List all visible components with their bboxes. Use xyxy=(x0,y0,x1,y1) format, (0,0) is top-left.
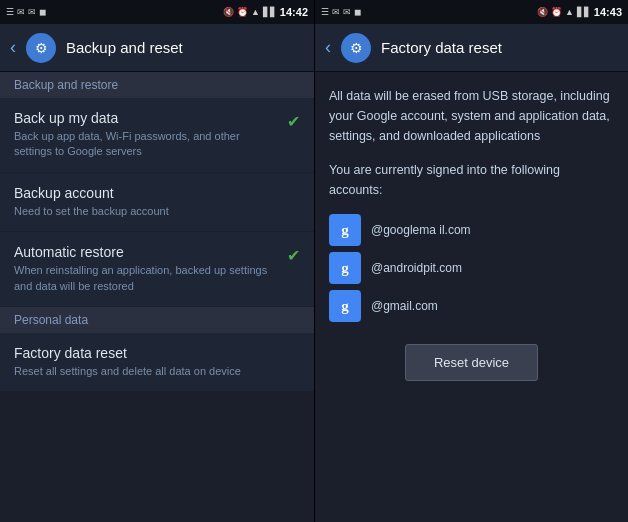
back-button-left[interactable]: ‹ xyxy=(10,37,16,58)
google-icon-3: g xyxy=(329,290,361,322)
section-header-personal: Personal data xyxy=(0,307,314,333)
section-header-backup-label: Backup and restore xyxy=(14,78,118,92)
account-item-1: g @googlema il.com xyxy=(329,214,614,246)
settings-gear-icon: ⚙ xyxy=(35,40,48,56)
status-time-left: 14:42 xyxy=(280,6,308,18)
section-header-backup: Backup and restore xyxy=(0,72,314,98)
wifi-icon: ▲ xyxy=(251,7,260,17)
action-bar-title-right: Factory data reset xyxy=(381,39,502,56)
status-time-right: 14:43 xyxy=(594,6,622,18)
accounts-label: You are currently signed into the follow… xyxy=(329,160,614,200)
action-bar-right: ‹ ⚙ Factory data reset xyxy=(315,24,628,72)
settings-icon-left: ⚙ xyxy=(26,33,56,63)
account-email-3: @gmail.com xyxy=(371,299,438,313)
notification-icon-2: ✉ xyxy=(17,7,25,17)
backup-my-data-check: ✔ xyxy=(287,112,300,131)
signal-icon: ▋▋ xyxy=(263,7,277,17)
list-item-factory-reset-text: Factory data reset Reset all settings an… xyxy=(14,345,300,379)
right-phone-screen: ☰ ✉ ✉ ◼ 🔇 ⏰ ▲ ▋▋ 14:43 ‹ ⚙ Factory data … xyxy=(314,0,628,522)
backup-my-data-title: Back up my data xyxy=(14,110,279,126)
automatic-restore-title: Automatic restore xyxy=(14,244,279,260)
factory-reset-title: Factory data reset xyxy=(14,345,300,361)
google-icon-2: g xyxy=(329,252,361,284)
reset-device-button[interactable]: Reset device xyxy=(405,344,538,381)
account-item-2: g @androidpit.com xyxy=(329,252,614,284)
alarm-icon: ⏰ xyxy=(237,7,248,17)
notification-icon-1: ☰ xyxy=(6,7,14,17)
account-item-3: g @gmail.com xyxy=(329,290,614,322)
backup-account-subtitle: Need to set the backup account xyxy=(14,204,300,219)
notification-icon-3: ✉ xyxy=(28,7,36,17)
list-item-backup-my-data[interactable]: Back up my data Back up app data, Wi-Fi … xyxy=(0,98,314,173)
factory-reset-subtitle: Reset all settings and delete all data o… xyxy=(14,364,300,379)
action-bar-left: ‹ ⚙ Backup and reset xyxy=(0,24,314,72)
action-bar-title-left: Backup and reset xyxy=(66,39,183,56)
account-email-2: @androidpit.com xyxy=(371,261,462,275)
status-bar-left: ☰ ✉ ✉ ◼ 🔇 ⏰ ▲ ▋▋ 14:42 xyxy=(0,0,314,24)
status-icons-right-left: 🔇 ⏰ ▲ ▋▋ 14:42 xyxy=(223,6,308,18)
right-screen-content: All data will be erased from USB storage… xyxy=(315,72,628,522)
automatic-restore-subtitle: When reinstalling an application, backed… xyxy=(14,263,279,294)
r-settings-gear-icon: ⚙ xyxy=(350,40,363,56)
warning-text: All data will be erased from USB storage… xyxy=(329,86,614,146)
section-header-personal-label: Personal data xyxy=(14,313,88,327)
left-phone-screen: ☰ ✉ ✉ ◼ 🔇 ⏰ ▲ ▋▋ 14:42 ‹ ⚙ Backup and re… xyxy=(0,0,314,522)
list-item-backup-account-text: Backup account Need to set the backup ac… xyxy=(14,185,300,219)
r-notification-icon-1: ☰ xyxy=(321,7,329,17)
status-icons-left-right: ☰ ✉ ✉ ◼ xyxy=(321,7,361,17)
backup-account-title: Backup account xyxy=(14,185,300,201)
r-signal-icon: ▋▋ xyxy=(577,7,591,17)
list-item-factory-reset[interactable]: Factory data reset Reset all settings an… xyxy=(0,333,314,392)
list-item-automatic-restore[interactable]: Automatic restore When reinstalling an a… xyxy=(0,232,314,307)
r-notification-icon-3: ✉ xyxy=(343,7,351,17)
status-icons-right-right: 🔇 ⏰ ▲ ▋▋ 14:43 xyxy=(537,6,622,18)
mute-icon: 🔇 xyxy=(223,7,234,17)
list-item-backup-account[interactable]: Backup account Need to set the backup ac… xyxy=(0,173,314,232)
list-item-automatic-restore-text: Automatic restore When reinstalling an a… xyxy=(14,244,279,294)
r-alarm-icon: ⏰ xyxy=(551,7,562,17)
list-item-backup-my-data-text: Back up my data Back up app data, Wi-Fi … xyxy=(14,110,279,160)
notification-icon-4: ◼ xyxy=(39,7,46,17)
status-bar-right: ☰ ✉ ✉ ◼ 🔇 ⏰ ▲ ▋▋ 14:43 xyxy=(315,0,628,24)
account-email-1: @googlema il.com xyxy=(371,223,471,237)
backup-my-data-subtitle: Back up app data, Wi-Fi passwords, and o… xyxy=(14,129,279,160)
status-icons-left: ☰ ✉ ✉ ◼ xyxy=(6,7,46,17)
accounts-list: g @googlema il.com g @androidpit.com g @… xyxy=(329,214,614,322)
r-notification-icon-4: ◼ xyxy=(354,7,361,17)
google-icon-1: g xyxy=(329,214,361,246)
r-wifi-icon: ▲ xyxy=(565,7,574,17)
r-mute-icon: 🔇 xyxy=(537,7,548,17)
r-notification-icon-2: ✉ xyxy=(332,7,340,17)
automatic-restore-check: ✔ xyxy=(287,246,300,265)
back-button-right[interactable]: ‹ xyxy=(325,37,331,58)
settings-icon-right: ⚙ xyxy=(341,33,371,63)
reset-button-container: Reset device xyxy=(329,336,614,389)
